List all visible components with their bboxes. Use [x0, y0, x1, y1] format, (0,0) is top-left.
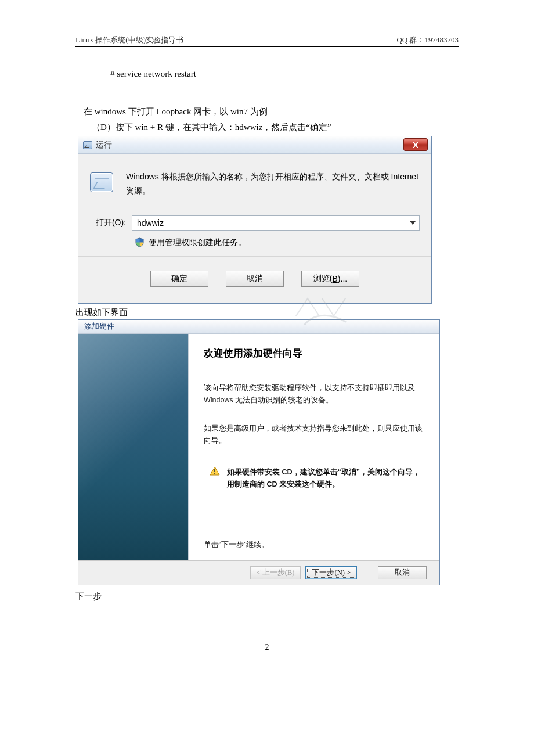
- wizard-paragraph-2: 如果您是高级用户，或者技术支持指导您来到此处，则只应使用该向导。: [204, 423, 423, 448]
- open-combobox-value: hdwwiz: [137, 218, 164, 228]
- warning-icon: [210, 466, 220, 476]
- run-dialog-title: 运行: [96, 140, 112, 150]
- close-button[interactable]: X: [403, 138, 428, 151]
- browse-suffix: )...: [338, 274, 347, 283]
- wizard-side-banner: [78, 334, 189, 560]
- wizard-paragraph-1: 该向导将帮助您安装驱动程序软件，以支持不支持即插即用以及 Windows 无法自…: [204, 382, 423, 407]
- run-large-icon: [90, 172, 113, 192]
- back-button: < 上一步(B): [250, 566, 301, 579]
- wizard-footer: < 上一步(B) 下一步(N) > 取消: [78, 560, 439, 585]
- page-header: Linux 操作系统(中级)实验指导书 QQ 群：197483703: [75, 35, 459, 47]
- wizard-heading: 欢迎使用添加硬件向导: [204, 347, 423, 360]
- browse-button[interactable]: 浏览(B)...: [301, 271, 359, 287]
- open-label-suffix: ):: [121, 218, 126, 227]
- intro-line-2: （D）按下 win + R 键，在其中输入：hdwwiz，然后点击“确定”: [92, 121, 459, 134]
- admin-text: 使用管理权限创建此任务。: [149, 237, 246, 248]
- wizard-warning-text: 如果硬件带安装 CD，建议您单击“取消”，关闭这个向导，用制造商的 CD 来安装…: [227, 466, 423, 491]
- svg-rect-0: [214, 469, 215, 472]
- open-label-prefix: 打开(: [96, 218, 115, 227]
- wizard-titlebar: 添加硬件: [78, 320, 439, 334]
- run-dialog-footer: 确定 取消 浏览(B)...: [78, 256, 431, 303]
- svg-rect-1: [214, 473, 215, 474]
- between-text: 出现如下界面: [75, 307, 459, 318]
- run-dialog: 运行 X Windows 将根据您所输入的名称，为您打开相应的程序、文件夹、文档…: [78, 136, 432, 304]
- open-label: 打开(O):: [90, 218, 126, 228]
- cancel-button[interactable]: 取消: [226, 271, 284, 287]
- command-line: # service network restart: [110, 69, 459, 79]
- ok-button[interactable]: 确定: [150, 271, 208, 287]
- page-number: 2: [75, 643, 459, 652]
- shield-icon: [135, 237, 144, 247]
- header-right: QQ 群：197483703: [396, 35, 459, 45]
- next-button[interactable]: 下一步(N) >: [305, 566, 357, 579]
- browse-key: B: [332, 274, 337, 283]
- after-text: 下一步: [75, 591, 459, 602]
- chevron-down-icon[interactable]: [410, 221, 416, 225]
- run-dialog-titlebar: 运行 X: [78, 136, 431, 154]
- intro-line-1: 在 windows 下打开 Loopback 网卡，以 win7 为例: [84, 105, 459, 118]
- open-label-key: O: [115, 218, 121, 227]
- add-hardware-wizard: 添加硬件 欢迎使用添加硬件向导 该向导将帮助您安装驱动程序软件，以支持不支持即插…: [78, 319, 440, 585]
- open-combobox[interactable]: hdwwiz: [132, 215, 420, 231]
- wizard-cancel-button[interactable]: 取消: [378, 566, 427, 579]
- wizard-window-title: 添加硬件: [84, 321, 114, 332]
- run-icon: [83, 141, 92, 149]
- header-left: Linux 操作系统(中级)实验指导书: [75, 35, 183, 45]
- browse-prefix: 浏览(: [313, 273, 333, 284]
- close-icon: X: [413, 140, 418, 150]
- run-description: Windows 将根据您所输入的名称，为您打开相应的程序、文件夹、文档或 Int…: [126, 170, 420, 198]
- wizard-continue-text: 单击“下一步”继续。: [204, 540, 423, 555]
